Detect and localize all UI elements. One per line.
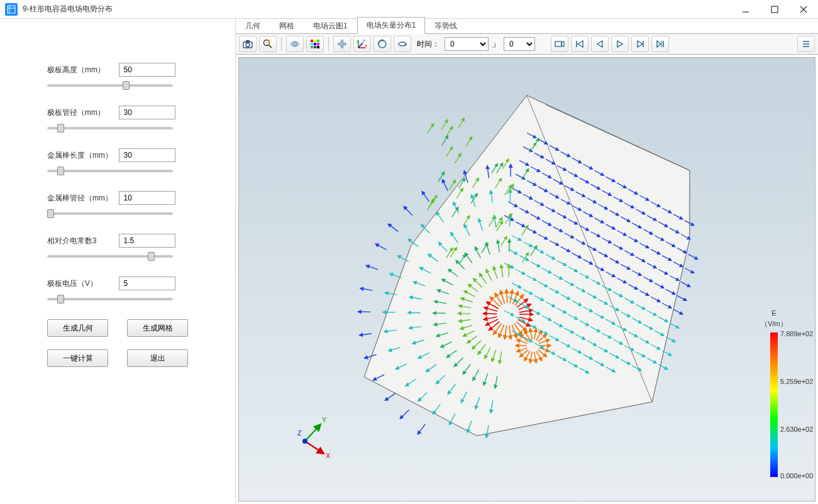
svg-marker-37 bbox=[597, 41, 602, 47]
generate-geometry-button[interactable]: 生成几何 bbox=[47, 319, 108, 337]
svg-rect-19 bbox=[317, 43, 319, 45]
next-frame-icon[interactable] bbox=[631, 36, 649, 52]
zoom-flash-icon[interactable] bbox=[259, 36, 277, 52]
app-icon bbox=[5, 3, 18, 16]
rotate-z-icon[interactable] bbox=[394, 36, 411, 52]
generate-mesh-button[interactable]: 生成网格 bbox=[127, 319, 188, 337]
param-input[interactable] bbox=[119, 234, 175, 248]
svg-point-10 bbox=[264, 40, 270, 46]
viewport-toolbar: ZXY 时间： 0 」 0 bbox=[236, 34, 818, 55]
svg-rect-20 bbox=[311, 46, 313, 48]
svg-rect-22 bbox=[317, 46, 319, 48]
svg-rect-15 bbox=[314, 40, 316, 42]
svg-marker-38 bbox=[617, 41, 622, 47]
svg-marker-39 bbox=[638, 41, 643, 47]
param-input[interactable] bbox=[119, 148, 175, 162]
rotate-xy-icon[interactable] bbox=[373, 36, 391, 52]
svg-line-318 bbox=[385, 393, 395, 400]
tab-4[interactable]: 等势线 bbox=[425, 18, 467, 34]
param-input[interactable] bbox=[119, 277, 175, 290]
svg-rect-18 bbox=[314, 43, 316, 45]
svg-line-308 bbox=[417, 424, 425, 434]
svg-marker-34 bbox=[561, 41, 564, 47]
svg-line-418 bbox=[458, 118, 465, 128]
svg-line-233 bbox=[666, 337, 675, 342]
play-icon[interactable] bbox=[611, 36, 629, 52]
svg-rect-21 bbox=[314, 46, 316, 48]
svg-line-368 bbox=[422, 191, 429, 201]
param-label: 极板高度（mm） bbox=[47, 65, 116, 75]
last-frame-icon[interactable] bbox=[651, 36, 669, 52]
svg-line-373 bbox=[442, 179, 448, 190]
maximize-button[interactable] bbox=[760, 0, 789, 18]
svg-line-358 bbox=[388, 224, 398, 231]
param-slider[interactable] bbox=[47, 298, 173, 300]
minimize-button[interactable] bbox=[731, 0, 760, 18]
param-label: 极板管径（mm） bbox=[47, 107, 116, 118]
param-input[interactable] bbox=[119, 191, 175, 205]
time-step-select[interactable]: 0 bbox=[504, 37, 535, 51]
window-title: 9-柱形电容器电场电势分布 bbox=[23, 4, 731, 14]
svg-line-429 bbox=[305, 441, 324, 454]
axis-rotate-icon[interactable]: ZXY bbox=[353, 36, 371, 52]
time-label: 时间： bbox=[417, 39, 439, 50]
svg-line-353 bbox=[375, 244, 387, 249]
color-legend: E （V/m） 7.889e+02 5.259e+02 2.630e+02 0.… bbox=[746, 309, 802, 477]
svg-line-203 bbox=[673, 309, 683, 314]
close-button[interactable] bbox=[789, 0, 818, 18]
stop-indicator-icon: 」 bbox=[490, 38, 502, 50]
legend-unit: （V/m） bbox=[746, 319, 802, 329]
first-frame-icon[interactable] bbox=[571, 36, 589, 52]
svg-line-404 bbox=[442, 136, 448, 146]
svg-marker-36 bbox=[578, 41, 583, 47]
param-row: 极板电压（V） bbox=[47, 277, 188, 300]
color-palette-icon[interactable] bbox=[306, 36, 324, 52]
tab-1[interactable]: 网格 bbox=[270, 18, 304, 34]
svg-rect-4 bbox=[771, 6, 778, 13]
svg-line-409 bbox=[466, 137, 472, 147]
move-icon[interactable] bbox=[333, 36, 351, 52]
legend-tick: 0.000e+00 bbox=[780, 472, 813, 479]
svg-line-420 bbox=[438, 172, 445, 182]
param-slider[interactable] bbox=[47, 212, 173, 215]
compute-button[interactable]: 一键计算 bbox=[47, 349, 108, 367]
tab-0[interactable]: 几何 bbox=[236, 18, 270, 34]
svg-point-433 bbox=[302, 439, 307, 444]
time-value-select[interactable]: 0 bbox=[445, 37, 489, 51]
svg-line-218 bbox=[670, 323, 679, 328]
svg-line-11 bbox=[269, 45, 272, 48]
svg-line-347 bbox=[390, 273, 402, 277]
legend-tick: 5.259e+02 bbox=[780, 378, 813, 385]
legend-colorbar: 7.889e+02 5.259e+02 2.630e+02 0.000e+00 bbox=[770, 332, 778, 477]
param-slider[interactable] bbox=[47, 170, 173, 172]
svg-line-397 bbox=[449, 180, 455, 190]
axis-triad: X Y Z bbox=[289, 413, 340, 463]
legend-tick: 7.889e+02 bbox=[780, 330, 813, 337]
camera-icon[interactable] bbox=[239, 36, 257, 52]
menu-toggle-icon[interactable] bbox=[797, 36, 815, 52]
svg-point-12 bbox=[291, 41, 299, 47]
param-input[interactable] bbox=[119, 106, 175, 119]
tab-2[interactable]: 电场云图1 bbox=[304, 18, 357, 34]
param-slider[interactable] bbox=[47, 255, 173, 258]
param-label: 金属棒长度（mm） bbox=[47, 150, 116, 161]
svg-rect-14 bbox=[311, 40, 313, 42]
viewport-3d[interactable]: X Y Z E （V/m） 7.889e+02 5.259e+02 2.630e… bbox=[238, 57, 815, 501]
svg-text:X: X bbox=[326, 452, 331, 459]
svg-text:Z: Z bbox=[297, 429, 302, 437]
svg-line-348 bbox=[366, 265, 378, 269]
tab-3[interactable]: 电场矢量分布1 bbox=[357, 17, 426, 34]
svg-text:Y: Y bbox=[322, 416, 327, 424]
param-slider[interactable] bbox=[47, 84, 173, 87]
svg-text:Y: Y bbox=[363, 39, 365, 43]
svg-rect-33 bbox=[555, 41, 561, 47]
param-slider[interactable] bbox=[47, 127, 173, 129]
svg-line-139 bbox=[688, 255, 698, 260]
svg-rect-0 bbox=[8, 6, 15, 13]
param-row: 金属棒管径（mm） bbox=[47, 191, 188, 215]
param-input[interactable] bbox=[119, 63, 175, 77]
transparency-icon[interactable] bbox=[286, 36, 304, 52]
prev-frame-icon[interactable] bbox=[591, 36, 609, 52]
video-icon[interactable] bbox=[551, 36, 568, 52]
exit-button[interactable]: 退出 bbox=[127, 349, 188, 367]
